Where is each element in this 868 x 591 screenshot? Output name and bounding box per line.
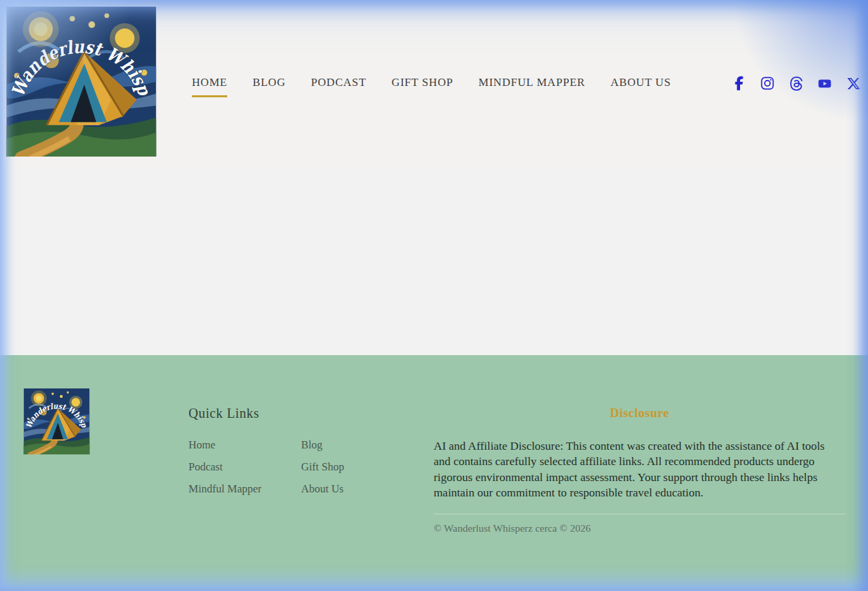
site-header: HOME BLOG PODCAST GIFT SHOP MINDFUL MAPP… xyxy=(0,0,868,165)
nav-gift-shop[interactable]: GIFT SHOP xyxy=(392,76,453,97)
nav-about-us[interactable]: ABOUT US xyxy=(611,76,671,97)
disclosure-section: Disclosure AI and Affiliate Disclosure: … xyxy=(434,406,845,534)
copyright-text: © Wanderlust Whisperz cerca © 2026 xyxy=(434,522,845,534)
main-nav: HOME BLOG PODCAST GIFT SHOP MINDFUL MAPP… xyxy=(192,76,671,97)
threads-icon[interactable] xyxy=(789,75,803,92)
footer-link-podcast[interactable]: Podcast xyxy=(189,461,301,473)
footer-link-about-us[interactable]: About Us xyxy=(301,483,414,495)
nav-blog[interactable]: BLOG xyxy=(252,76,285,97)
site-footer: Quick Links Home Podcast Mindful Mapper … xyxy=(0,355,868,591)
nav-mindful-mapper[interactable]: MINDFUL MAPPER xyxy=(478,76,585,97)
quick-links-col-1: Home Podcast Mindful Mapper xyxy=(189,439,301,505)
x-icon[interactable] xyxy=(846,75,861,92)
footer-link-mindful-mapper[interactable]: Mindful Mapper xyxy=(189,483,301,495)
facebook-icon[interactable] xyxy=(731,75,746,92)
quick-links-section: Quick Links Home Podcast Mindful Mapper … xyxy=(189,406,414,505)
youtube-icon[interactable] xyxy=(817,75,832,92)
main-content xyxy=(0,165,868,355)
footer-divider xyxy=(434,514,845,514)
instagram-icon[interactable] xyxy=(760,75,775,92)
quick-links-title: Quick Links xyxy=(189,406,414,421)
site-logo[interactable] xyxy=(6,7,157,157)
social-links xyxy=(731,75,861,92)
page: HOME BLOG PODCAST GIFT SHOP MINDFUL MAPP… xyxy=(0,0,868,591)
quick-links-col-2: Blog Gift Shop About Us xyxy=(301,439,414,505)
footer-logo[interactable] xyxy=(23,388,90,454)
footer-link-home[interactable]: Home xyxy=(189,439,301,451)
nav-podcast[interactable]: PODCAST xyxy=(311,76,366,97)
footer-link-gift-shop[interactable]: Gift Shop xyxy=(301,461,414,473)
disclosure-text: AI and Affiliate Disclosure: This conten… xyxy=(434,438,836,500)
nav-home[interactable]: HOME xyxy=(192,76,227,97)
footer-link-blog[interactable]: Blog xyxy=(301,439,414,451)
disclosure-title: Disclosure xyxy=(434,406,845,420)
